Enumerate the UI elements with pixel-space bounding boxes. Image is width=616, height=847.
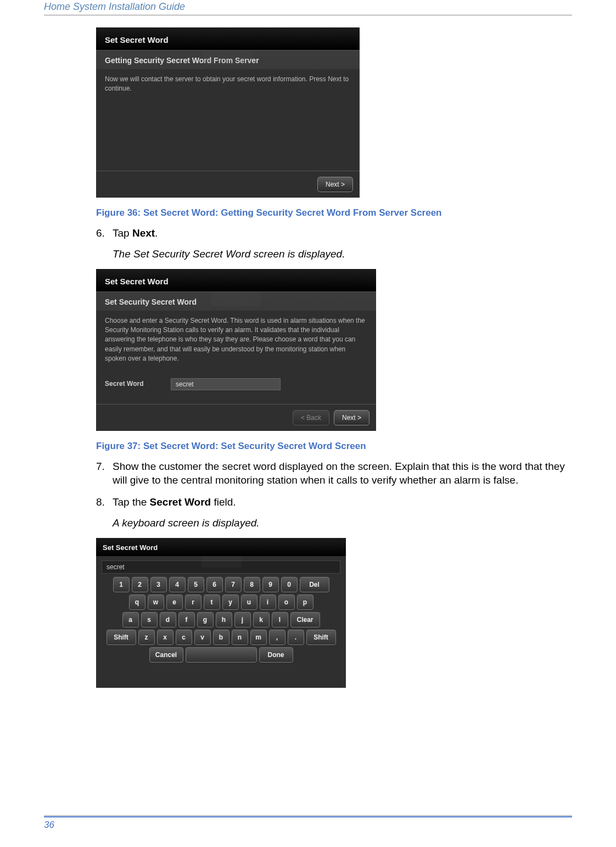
- q-key[interactable]: q: [129, 594, 145, 610]
- z-key[interactable]: z: [138, 630, 155, 645]
- doc-header: Home System Installation Guide: [44, 0, 572, 14]
- screen-title: Set Secret Word: [96, 27, 360, 50]
- step-number: 6.: [96, 226, 113, 240]
- keyboard: 1234567890Del qwertyuiop asdfghjklClear …: [102, 577, 340, 663]
- n-key[interactable]: n: [232, 630, 248, 645]
- page-footer: 36: [44, 815, 572, 831]
- 4-key[interactable]: 4: [169, 577, 186, 592]
- u-key[interactable]: u: [241, 594, 257, 610]
- s-key[interactable]: s: [141, 612, 158, 627]
- cancel-key[interactable]: Cancel: [149, 647, 183, 663]
- 9-key[interactable]: 9: [262, 577, 279, 592]
- shift-key[interactable]: Shift: [306, 630, 336, 645]
- step-number: 8.: [96, 495, 113, 509]
- g-key[interactable]: g: [197, 612, 214, 627]
- e-key[interactable]: e: [166, 594, 183, 610]
- screen-title: Set Secret Word: [96, 269, 376, 291]
- done-key[interactable]: Done: [259, 647, 293, 663]
- screen-body-text: Choose and enter a Security Secret Word.…: [105, 317, 365, 363]
- 5-key[interactable]: 5: [188, 577, 204, 592]
- t-key[interactable]: t: [204, 594, 220, 610]
- r-key[interactable]: r: [185, 594, 201, 610]
- 7-key[interactable]: 7: [225, 577, 242, 592]
- next-button[interactable]: Next >: [334, 410, 369, 425]
- del-key[interactable]: Del: [300, 577, 329, 592]
- i-key[interactable]: i: [260, 594, 276, 610]
- p-key[interactable]: p: [297, 594, 313, 610]
- figure-37-caption: Figure 37: Set Secret Word: Set Security…: [96, 441, 569, 452]
- ,-key[interactable]: ,: [269, 630, 285, 645]
- step-6-result: The Set Security Secret Word screen is d…: [113, 248, 569, 260]
- figure-36-screenshot: Set Secret Word Getting Security Secret …: [96, 27, 360, 198]
- 3-key[interactable]: 3: [150, 577, 167, 592]
- screen-subtitle: Getting Security Secret Word From Server: [96, 51, 360, 69]
- step-8: 8. Tap the Secret Word field.: [96, 495, 569, 509]
- step-7: 7. Show the customer the secret word dis…: [96, 459, 569, 487]
- step-8-result: A keyboard screen is displayed.: [113, 517, 569, 529]
- figure-keyboard-screenshot: Set Secret Word secret 1234567890Del qwe…: [96, 538, 346, 688]
- space-key[interactable]: [186, 647, 257, 663]
- .-key[interactable]: .: [288, 630, 304, 645]
- o-key[interactable]: o: [278, 594, 295, 610]
- 6-key[interactable]: 6: [206, 577, 223, 592]
- keyboard-input[interactable]: secret: [102, 560, 340, 574]
- 0-key[interactable]: 0: [281, 577, 298, 592]
- m-key[interactable]: m: [250, 630, 267, 645]
- screen-subtitle: Set Security Secret Word: [96, 292, 376, 311]
- clear-key[interactable]: Clear: [290, 612, 320, 627]
- l-key[interactable]: l: [272, 612, 288, 627]
- f-key[interactable]: f: [178, 612, 195, 627]
- 2-key[interactable]: 2: [132, 577, 148, 592]
- w-key[interactable]: w: [148, 594, 164, 610]
- c-key[interactable]: c: [176, 630, 192, 645]
- x-key[interactable]: x: [157, 630, 173, 645]
- screen-title: Set Secret Word: [96, 538, 346, 556]
- a-key[interactable]: a: [122, 612, 139, 627]
- step-6: 6. Tap Next.: [96, 226, 569, 240]
- k-key[interactable]: k: [253, 612, 270, 627]
- step-number: 7.: [96, 459, 113, 487]
- v-key[interactable]: v: [194, 630, 211, 645]
- secret-word-label: Secret Word: [105, 379, 160, 389]
- figure-36-caption: Figure 36: Set Secret Word: Getting Secu…: [96, 207, 569, 218]
- header-rule: [44, 15, 572, 15]
- d-key[interactable]: d: [160, 612, 176, 627]
- next-button[interactable]: Next >: [317, 177, 353, 192]
- 8-key[interactable]: 8: [244, 577, 260, 592]
- secret-word-input[interactable]: [171, 378, 281, 390]
- h-key[interactable]: h: [216, 612, 232, 627]
- y-key[interactable]: y: [222, 594, 239, 610]
- b-key[interactable]: b: [213, 630, 229, 645]
- j-key[interactable]: j: [234, 612, 251, 627]
- screen-body-text: Now we will contact the server to obtain…: [105, 75, 349, 92]
- figure-37-screenshot: Set Secret Word Set Security Secret Word…: [96, 269, 376, 431]
- back-button: < Back: [293, 410, 329, 425]
- 1-key[interactable]: 1: [113, 577, 130, 592]
- shift-key[interactable]: Shift: [107, 630, 136, 645]
- page-number: 36: [44, 820, 572, 831]
